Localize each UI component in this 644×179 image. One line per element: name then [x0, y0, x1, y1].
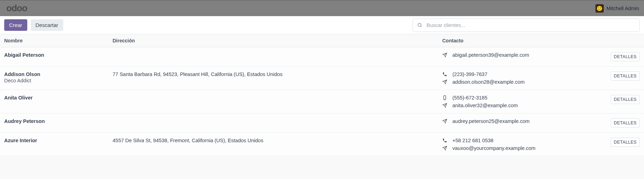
customer-contact: (223)-399-7637addison.olson28@example.co… — [442, 71, 607, 85]
search-input[interactable] — [427, 22, 635, 28]
table-row[interactable]: Addison OlsonDeco Addict77 Santa Barbara… — [0, 67, 644, 90]
customer-address: 77 Santa Barbara Rd, 94523, Pleasant Hil… — [113, 71, 442, 77]
avatar: 🙂 — [595, 4, 604, 13]
discard-button[interactable]: Descartar — [31, 19, 63, 31]
col-header-address: Dirección — [113, 38, 442, 43]
customer-email: abigail.peterson39@example.com — [452, 52, 529, 58]
table-row[interactable]: Azure Interior4557 De Silva St, 94538, F… — [0, 133, 644, 156]
customer-phone: (555)-672-3185 — [452, 95, 487, 101]
send-icon — [442, 103, 448, 108]
user-name: Mitchell Admin — [607, 6, 639, 11]
customer-name: Anita Oliver — [4, 95, 113, 101]
svg-point-0 — [418, 23, 421, 27]
create-button[interactable]: Crear — [4, 19, 27, 31]
customer-email: vauxoo@yourcompany.example.com — [452, 145, 536, 151]
customer-email: audrey.peterson25@example.com — [452, 118, 530, 124]
customer-name: Addison Olson — [4, 71, 113, 77]
topbar: odoo 🙂 Mitchell Admin — [0, 0, 644, 16]
send-icon — [442, 146, 448, 151]
mobile-icon — [442, 95, 448, 100]
table-row[interactable]: Abigail Petersonabigail.peterson39@examp… — [0, 47, 644, 67]
col-header-name: Nombre — [4, 38, 113, 43]
svg-line-1 — [421, 26, 422, 27]
customer-address: 4557 De Silva St, 94538, Fremont, Califo… — [113, 138, 442, 143]
table-body: Abigail Petersonabigail.peterson39@examp… — [0, 47, 644, 156]
customer-contact: (555)-672-3185anita.oliver32@example.com — [442, 95, 607, 108]
customer-email: anita.oliver32@example.com — [452, 103, 518, 108]
send-icon — [442, 53, 448, 57]
customer-email: addison.olson28@example.com — [452, 79, 525, 85]
customer-phone: (223)-399-7637 — [452, 71, 487, 77]
details-button[interactable]: DETALLES — [611, 95, 640, 104]
customer-contact: audrey.peterson25@example.com — [442, 118, 607, 124]
customer-subtitle: Deco Addict — [4, 78, 113, 83]
customer-contact: abigail.peterson39@example.com — [442, 52, 607, 58]
send-icon — [442, 80, 448, 84]
col-header-contact: Contacto — [442, 38, 607, 43]
table-row[interactable]: Anita Oliver(555)-672-3185anita.oliver32… — [0, 90, 644, 113]
send-icon — [442, 119, 448, 124]
table-header: Nombre Dirección Contacto — [0, 34, 644, 47]
brand-logo[interactable]: odoo — [6, 3, 27, 14]
customer-name: Abigail Peterson — [4, 52, 113, 58]
details-button[interactable]: DETALLES — [611, 71, 640, 81]
svg-rect-2 — [444, 96, 446, 100]
col-header-actions — [607, 38, 640, 43]
search-box[interactable] — [413, 19, 640, 32]
details-button[interactable]: DETALLES — [611, 52, 640, 61]
details-button[interactable]: DETALLES — [611, 118, 640, 128]
phone-icon — [442, 72, 448, 77]
user-menu[interactable]: 🙂 Mitchell Admin — [595, 4, 639, 13]
customer-name: Audrey Peterson — [4, 118, 113, 124]
table-row[interactable]: Audrey Petersonaudrey.peterson25@example… — [0, 113, 644, 133]
search-icon — [417, 22, 422, 28]
customer-contact: +58 212 681 0538vauxoo@yourcompany.examp… — [442, 138, 607, 151]
toolbar: Crear Descartar — [0, 16, 644, 34]
details-button[interactable]: DETALLES — [611, 138, 640, 147]
customer-name: Azure Interior — [4, 138, 113, 143]
phone-icon — [442, 138, 448, 143]
customer-phone: +58 212 681 0538 — [452, 138, 493, 143]
